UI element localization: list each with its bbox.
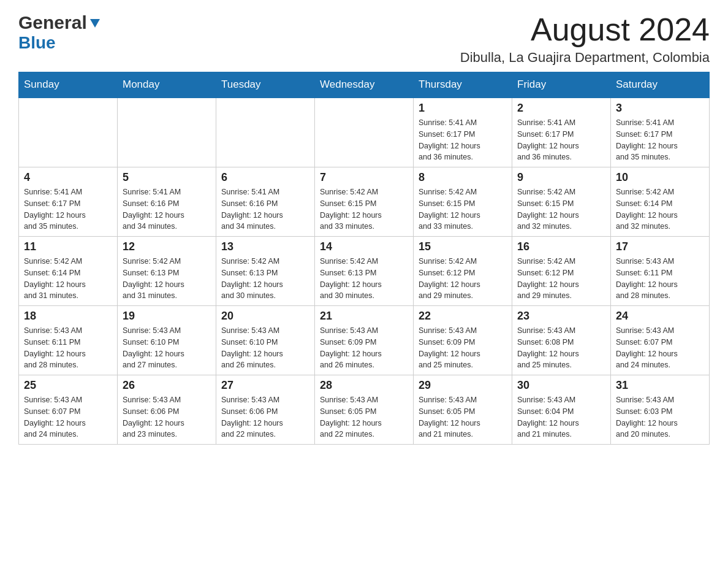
calendar-row: 11Sunrise: 5:42 AM Sunset: 6:14 PM Dayli… bbox=[19, 237, 710, 306]
logo-arrow-icon bbox=[88, 17, 102, 30]
calendar-cell bbox=[19, 98, 118, 167]
day-info: Sunrise: 5:43 AM Sunset: 6:11 PM Dayligh… bbox=[24, 325, 112, 371]
calendar-cell: 21Sunrise: 5:43 AM Sunset: 6:09 PM Dayli… bbox=[315, 306, 414, 375]
day-number: 5 bbox=[123, 171, 211, 184]
day-number: 30 bbox=[517, 379, 605, 392]
day-number: 27 bbox=[221, 379, 309, 392]
day-number: 3 bbox=[616, 102, 704, 115]
header-thursday: Thursday bbox=[414, 72, 512, 98]
day-info: Sunrise: 5:43 AM Sunset: 6:11 PM Dayligh… bbox=[616, 256, 704, 302]
day-number: 23 bbox=[517, 310, 605, 323]
calendar-cell: 2Sunrise: 5:41 AM Sunset: 6:17 PM Daylig… bbox=[512, 98, 611, 167]
calendar-row: 25Sunrise: 5:43 AM Sunset: 6:07 PM Dayli… bbox=[19, 375, 710, 445]
page-header: General Blue August 2024 Dibulla, La Gua… bbox=[18, 12, 710, 66]
day-info: Sunrise: 5:43 AM Sunset: 6:10 PM Dayligh… bbox=[221, 325, 309, 371]
day-number: 28 bbox=[320, 379, 408, 392]
day-info: Sunrise: 5:42 AM Sunset: 6:15 PM Dayligh… bbox=[517, 186, 605, 232]
calendar-table: Sunday Monday Tuesday Wednesday Thursday… bbox=[18, 72, 710, 445]
day-number: 25 bbox=[24, 379, 112, 392]
calendar-row: 4Sunrise: 5:41 AM Sunset: 6:17 PM Daylig… bbox=[19, 167, 710, 237]
day-info: Sunrise: 5:42 AM Sunset: 6:12 PM Dayligh… bbox=[419, 256, 507, 302]
calendar-cell: 11Sunrise: 5:42 AM Sunset: 6:14 PM Dayli… bbox=[19, 237, 118, 306]
calendar-cell: 26Sunrise: 5:43 AM Sunset: 6:06 PM Dayli… bbox=[118, 375, 216, 445]
calendar-row: 18Sunrise: 5:43 AM Sunset: 6:11 PM Dayli… bbox=[19, 306, 710, 375]
day-number: 1 bbox=[419, 102, 507, 115]
calendar-cell: 15Sunrise: 5:42 AM Sunset: 6:12 PM Dayli… bbox=[414, 237, 512, 306]
header-saturday: Saturday bbox=[611, 72, 710, 98]
calendar-cell: 7Sunrise: 5:42 AM Sunset: 6:15 PM Daylig… bbox=[315, 167, 414, 237]
day-info: Sunrise: 5:43 AM Sunset: 6:09 PM Dayligh… bbox=[320, 325, 408, 371]
day-info: Sunrise: 5:42 AM Sunset: 6:13 PM Dayligh… bbox=[123, 256, 211, 302]
day-info: Sunrise: 5:43 AM Sunset: 6:03 PM Dayligh… bbox=[616, 394, 704, 440]
day-number: 7 bbox=[320, 171, 408, 184]
day-number: 31 bbox=[616, 379, 704, 392]
day-number: 4 bbox=[24, 171, 112, 184]
title-area: August 2024 Dibulla, La Guajira Departme… bbox=[460, 12, 710, 66]
calendar-cell: 25Sunrise: 5:43 AM Sunset: 6:07 PM Dayli… bbox=[19, 375, 118, 445]
calendar-cell: 10Sunrise: 5:42 AM Sunset: 6:14 PM Dayli… bbox=[611, 167, 710, 237]
day-number: 2 bbox=[517, 102, 605, 115]
day-info: Sunrise: 5:43 AM Sunset: 6:10 PM Dayligh… bbox=[123, 325, 211, 371]
logo: General Blue bbox=[18, 12, 102, 53]
calendar-cell: 9Sunrise: 5:42 AM Sunset: 6:15 PM Daylig… bbox=[512, 167, 611, 237]
day-number: 24 bbox=[616, 310, 704, 323]
logo-general-text: General bbox=[18, 12, 87, 33]
day-info: Sunrise: 5:41 AM Sunset: 6:17 PM Dayligh… bbox=[616, 117, 704, 163]
calendar-cell: 19Sunrise: 5:43 AM Sunset: 6:10 PM Dayli… bbox=[118, 306, 216, 375]
day-info: Sunrise: 5:43 AM Sunset: 6:06 PM Dayligh… bbox=[123, 394, 211, 440]
calendar-cell: 14Sunrise: 5:42 AM Sunset: 6:13 PM Dayli… bbox=[315, 237, 414, 306]
day-info: Sunrise: 5:43 AM Sunset: 6:05 PM Dayligh… bbox=[320, 394, 408, 440]
calendar-cell: 27Sunrise: 5:43 AM Sunset: 6:06 PM Dayli… bbox=[216, 375, 315, 445]
calendar-cell bbox=[315, 98, 414, 167]
calendar-cell: 13Sunrise: 5:42 AM Sunset: 6:13 PM Dayli… bbox=[216, 237, 315, 306]
day-number: 6 bbox=[221, 171, 309, 184]
day-info: Sunrise: 5:42 AM Sunset: 6:13 PM Dayligh… bbox=[320, 256, 408, 302]
day-number: 22 bbox=[419, 310, 507, 323]
weekday-header-row: Sunday Monday Tuesday Wednesday Thursday… bbox=[19, 72, 710, 98]
day-info: Sunrise: 5:41 AM Sunset: 6:16 PM Dayligh… bbox=[123, 186, 211, 232]
day-info: Sunrise: 5:41 AM Sunset: 6:17 PM Dayligh… bbox=[419, 117, 507, 163]
calendar-cell: 16Sunrise: 5:42 AM Sunset: 6:12 PM Dayli… bbox=[512, 237, 611, 306]
day-number: 12 bbox=[123, 240, 211, 253]
day-info: Sunrise: 5:41 AM Sunset: 6:16 PM Dayligh… bbox=[221, 186, 309, 232]
day-info: Sunrise: 5:42 AM Sunset: 6:15 PM Dayligh… bbox=[419, 186, 507, 232]
calendar-body: 1Sunrise: 5:41 AM Sunset: 6:17 PM Daylig… bbox=[19, 98, 710, 445]
day-number: 9 bbox=[517, 171, 605, 184]
logo-blue-text: Blue bbox=[18, 33, 56, 53]
calendar-cell: 12Sunrise: 5:42 AM Sunset: 6:13 PM Dayli… bbox=[118, 237, 216, 306]
day-number: 11 bbox=[24, 240, 112, 253]
day-number: 21 bbox=[320, 310, 408, 323]
day-number: 13 bbox=[221, 240, 309, 253]
day-info: Sunrise: 5:43 AM Sunset: 6:06 PM Dayligh… bbox=[221, 394, 309, 440]
day-info: Sunrise: 5:42 AM Sunset: 6:14 PM Dayligh… bbox=[616, 186, 704, 232]
day-info: Sunrise: 5:43 AM Sunset: 6:08 PM Dayligh… bbox=[517, 325, 605, 371]
month-year-heading: August 2024 bbox=[460, 12, 710, 47]
header-tuesday: Tuesday bbox=[216, 72, 315, 98]
calendar-cell: 31Sunrise: 5:43 AM Sunset: 6:03 PM Dayli… bbox=[611, 375, 710, 445]
calendar-cell bbox=[118, 98, 216, 167]
calendar-cell: 17Sunrise: 5:43 AM Sunset: 6:11 PM Dayli… bbox=[611, 237, 710, 306]
day-number: 15 bbox=[419, 240, 507, 253]
day-number: 26 bbox=[123, 379, 211, 392]
calendar-header: Sunday Monday Tuesday Wednesday Thursday… bbox=[19, 72, 710, 98]
day-number: 14 bbox=[320, 240, 408, 253]
calendar-cell: 18Sunrise: 5:43 AM Sunset: 6:11 PM Dayli… bbox=[19, 306, 118, 375]
calendar-cell: 1Sunrise: 5:41 AM Sunset: 6:17 PM Daylig… bbox=[414, 98, 512, 167]
day-number: 19 bbox=[123, 310, 211, 323]
svg-marker-0 bbox=[90, 19, 100, 28]
calendar-cell: 3Sunrise: 5:41 AM Sunset: 6:17 PM Daylig… bbox=[611, 98, 710, 167]
calendar-cell: 28Sunrise: 5:43 AM Sunset: 6:05 PM Dayli… bbox=[315, 375, 414, 445]
day-info: Sunrise: 5:42 AM Sunset: 6:14 PM Dayligh… bbox=[24, 256, 112, 302]
calendar-cell: 30Sunrise: 5:43 AM Sunset: 6:04 PM Dayli… bbox=[512, 375, 611, 445]
day-number: 18 bbox=[24, 310, 112, 323]
calendar-cell: 6Sunrise: 5:41 AM Sunset: 6:16 PM Daylig… bbox=[216, 167, 315, 237]
calendar-cell: 5Sunrise: 5:41 AM Sunset: 6:16 PM Daylig… bbox=[118, 167, 216, 237]
header-sunday: Sunday bbox=[19, 72, 118, 98]
day-number: 20 bbox=[221, 310, 309, 323]
calendar-cell: 29Sunrise: 5:43 AM Sunset: 6:05 PM Dayli… bbox=[414, 375, 512, 445]
day-number: 10 bbox=[616, 171, 704, 184]
day-info: Sunrise: 5:42 AM Sunset: 6:13 PM Dayligh… bbox=[221, 256, 309, 302]
header-friday: Friday bbox=[512, 72, 611, 98]
day-info: Sunrise: 5:41 AM Sunset: 6:17 PM Dayligh… bbox=[517, 117, 605, 163]
header-wednesday: Wednesday bbox=[315, 72, 414, 98]
